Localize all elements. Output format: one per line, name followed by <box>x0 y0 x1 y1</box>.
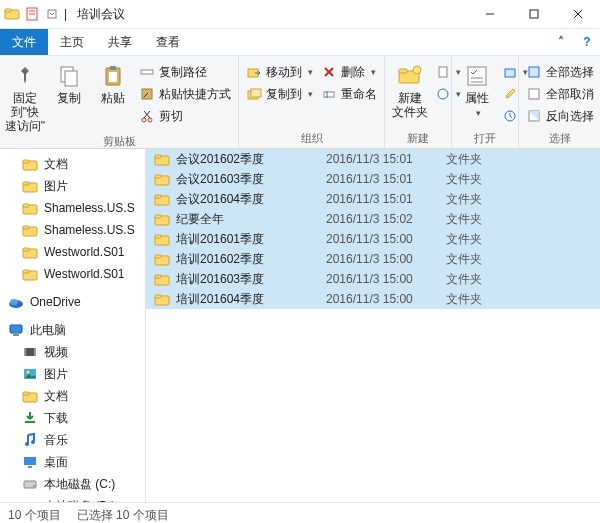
move-to-button[interactable]: 移动到▾ <box>243 62 316 82</box>
onedrive-icon <box>8 294 24 310</box>
tree-item-label: 本地磁盘 (D:) <box>44 498 115 503</box>
tab-file[interactable]: 文件 <box>0 29 48 55</box>
tab-share[interactable]: 共享 <box>96 29 144 55</box>
history-button[interactable] <box>500 106 514 126</box>
group-select-label: 选择 <box>523 130 597 148</box>
svg-rect-63 <box>23 392 29 395</box>
group-select: 全部选择 全部取消 反向选择 选择 <box>519 56 600 148</box>
video-icon <box>22 344 38 360</box>
svg-rect-78 <box>155 195 161 198</box>
svg-rect-80 <box>155 215 161 218</box>
file-row[interactable]: 培训201602季度2016/11/3 15:00文件夹 <box>146 249 600 269</box>
new-item-button[interactable]: ▾ <box>433 62 447 82</box>
rename-button[interactable]: 重命名 <box>318 84 380 104</box>
tree-item[interactable]: Westworld.S01 <box>0 241 145 263</box>
paste-shortcut-button[interactable]: 粘贴快捷方式 <box>136 84 234 104</box>
file-name: 培训201603季度 <box>176 271 326 288</box>
svg-rect-29 <box>399 69 407 73</box>
invert-selection-button[interactable]: 反向选择 <box>523 106 597 126</box>
properties-button[interactable]: 属性 ▾ <box>456 58 498 118</box>
tree-item[interactable]: Shameless.US.S <box>0 219 145 241</box>
properties-icon[interactable] <box>24 6 40 22</box>
cut-button[interactable]: 剪切 <box>136 106 234 126</box>
tree-item[interactable]: 本地磁盘 (D:) <box>0 495 145 502</box>
tree-item[interactable]: 本地磁盘 (C:) <box>0 473 145 495</box>
tree-item-label: 音乐 <box>44 432 68 449</box>
help-button[interactable]: ? <box>574 29 600 55</box>
tree-item[interactable]: Westworld.S01 <box>0 263 145 285</box>
tree-onedrive[interactable]: OneDrive <box>0 291 145 313</box>
svg-rect-42 <box>23 160 29 163</box>
file-row[interactable]: 会议201604季度2016/11/3 15:01文件夹 <box>146 189 600 209</box>
svg-rect-84 <box>155 255 161 258</box>
copy-button[interactable]: 复制 <box>48 58 90 106</box>
file-type: 文件夹 <box>446 271 516 288</box>
invert-icon <box>526 108 542 124</box>
file-type: 文件夹 <box>446 191 516 208</box>
navigation-pane[interactable]: 文档图片Shameless.US.SShameless.US.SWestworl… <box>0 149 146 502</box>
group-organize: 移动到▾ 复制到▾ 删除▾ 重命名 组织 <box>239 56 385 148</box>
tab-home[interactable]: 主页 <box>48 29 96 55</box>
minimize-button[interactable] <box>468 0 512 28</box>
delete-button[interactable]: 删除▾ <box>318 62 380 82</box>
file-row[interactable]: 纪要全年2016/11/3 15:02文件夹 <box>146 209 600 229</box>
collapse-ribbon-button[interactable]: ˄ <box>548 29 574 55</box>
new-folder-button[interactable]: 新建 文件夹 <box>389 58 431 120</box>
tree-item[interactable]: 图片 <box>0 363 145 385</box>
tree-item-label: OneDrive <box>30 295 81 309</box>
tree-item-label: Shameless.US.S <box>44 201 135 215</box>
file-name: 会议201603季度 <box>176 171 326 188</box>
move-icon <box>246 64 262 80</box>
tree-item[interactable]: 图片 <box>0 175 145 197</box>
history-icon <box>503 108 517 124</box>
tree-item[interactable]: 文档 <box>0 385 145 407</box>
svg-rect-26 <box>324 92 334 97</box>
group-open: 属性 ▾ ▾ 打开 <box>452 56 519 148</box>
paste-icon <box>99 62 127 90</box>
maximize-button[interactable] <box>512 0 556 28</box>
file-row[interactable]: 培训201603季度2016/11/3 15:00文件夹 <box>146 269 600 289</box>
tree-item[interactable]: 视频 <box>0 341 145 363</box>
svg-rect-31 <box>439 67 447 77</box>
tree-item[interactable]: Shameless.US.S <box>0 197 145 219</box>
open-button[interactable]: ▾ <box>500 62 514 82</box>
selected-count: 已选择 10 个项目 <box>77 507 169 524</box>
copy-to-button[interactable]: 复制到▾ <box>243 84 316 104</box>
select-all-button[interactable]: 全部选择 <box>523 62 597 82</box>
folder-icon <box>154 191 170 207</box>
tree-item[interactable]: 下载 <box>0 407 145 429</box>
rename-icon <box>321 86 337 102</box>
easy-access-icon <box>436 86 450 102</box>
tree-item[interactable]: 桌面 <box>0 451 145 473</box>
file-type: 文件夹 <box>446 231 516 248</box>
paste-button[interactable]: 粘贴 <box>92 58 134 106</box>
file-row[interactable]: 会议201602季度2016/11/3 15:01文件夹 <box>146 149 600 169</box>
file-row[interactable]: 培训201604季度2016/11/3 15:00文件夹 <box>146 289 600 309</box>
file-list[interactable]: 会议201602季度2016/11/3 15:01文件夹会议201603季度20… <box>146 149 600 502</box>
tree-item-label: 文档 <box>44 388 68 405</box>
copy-path-button[interactable]: 复制路径 <box>136 62 234 82</box>
dropdown-icon[interactable] <box>44 6 60 22</box>
svg-rect-14 <box>109 72 117 82</box>
close-button[interactable] <box>556 0 600 28</box>
file-row[interactable]: 会议201603季度2016/11/3 15:01文件夹 <box>146 169 600 189</box>
svg-rect-11 <box>65 71 77 86</box>
easy-access-button[interactable]: ▾ <box>433 84 447 104</box>
tree-item[interactable]: 音乐 <box>0 429 145 451</box>
delete-icon <box>321 64 337 80</box>
edit-button[interactable] <box>500 84 514 104</box>
folder-icon <box>22 388 38 404</box>
tree-this-pc[interactable]: 此电脑 <box>0 319 145 341</box>
folder-icon <box>154 251 170 267</box>
svg-rect-15 <box>141 70 153 74</box>
tab-view[interactable]: 查看 <box>144 29 192 55</box>
folder-icon <box>154 211 170 227</box>
pin-button[interactable]: 固定到"快 速访问" <box>4 58 46 133</box>
file-row[interactable]: 培训201601季度2016/11/3 15:00文件夹 <box>146 229 600 249</box>
tree-item[interactable]: 文档 <box>0 153 145 175</box>
select-none-button[interactable]: 全部取消 <box>523 84 597 104</box>
svg-rect-38 <box>529 67 539 77</box>
folder-icon <box>22 178 38 194</box>
svg-rect-52 <box>23 270 29 273</box>
folder-icon <box>4 6 20 22</box>
